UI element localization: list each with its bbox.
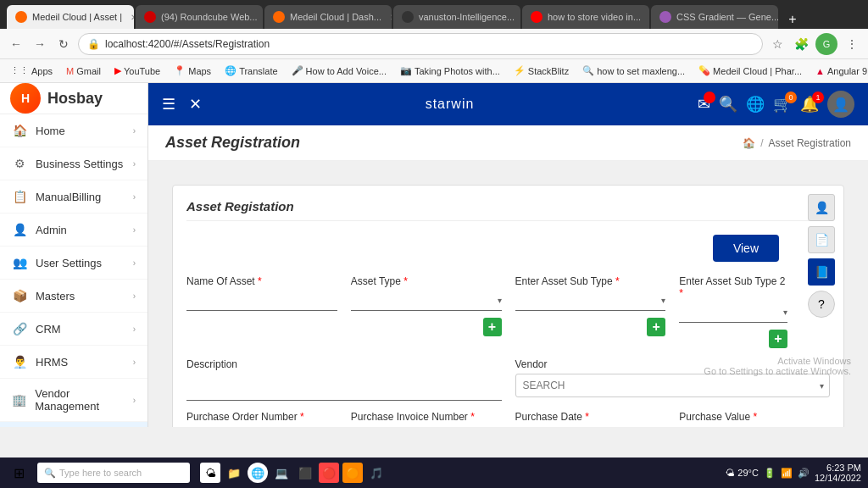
tab-close-3[interactable]: ✕ <box>390 13 392 22</box>
search-icon-button[interactable]: 🔍 <box>719 95 737 114</box>
asset-type-add-button[interactable]: + <box>483 318 502 336</box>
purchase-order-input[interactable] <box>186 426 337 427</box>
sidebar-item-admin[interactable]: 👤 Admin › <box>0 214 147 247</box>
bookmark-angular[interactable]: ▲ Angular 9|8|7 Drag... <box>812 64 868 78</box>
sub-type-chevron-icon: ▾ <box>661 296 665 305</box>
chevron-right-icon-2: › <box>133 159 136 169</box>
bookmark-maxlength[interactable]: 🔍 how to set maxleng... <box>579 64 688 78</box>
extensions-button[interactable]: 🧩 <box>792 35 810 53</box>
vendor-search-input[interactable] <box>516 374 815 396</box>
bell-badge: 1 <box>812 92 824 103</box>
address-bar[interactable]: 🔒 localhost:4200/#/Assets/Registration <box>78 33 763 55</box>
book-button[interactable]: 📘 <box>808 258 835 286</box>
sidebar-label-billing: ManualBilling <box>36 191 101 203</box>
user-avatar[interactable]: 👤 <box>827 91 854 118</box>
mail-icon-button[interactable]: ✉ <box>698 95 710 114</box>
sidebar-item-masters[interactable]: 📦 Masters › <box>0 280 147 313</box>
avatar-icon: 👤 <box>832 97 849 113</box>
asset-sub-type-select[interactable] <box>515 291 662 310</box>
mail-badge <box>704 92 715 103</box>
asset-type-select[interactable] <box>351 291 498 310</box>
reload-button[interactable]: ↻ <box>54 35 73 53</box>
bookmarks-bar: ⋮⋮ Apps M Gmail ▶ YouTube 📍 Maps 🌐 Trans… <box>0 59 868 83</box>
translate-icon: 🌐 <box>225 65 236 76</box>
back-button[interactable]: ← <box>7 35 25 53</box>
sidebar-item-product-master[interactable]: 📝 Product Master › <box>0 422 147 427</box>
bell-icon-button[interactable]: 🔔 1 <box>800 95 819 114</box>
tab-inactive-5[interactable]: CSS Gradient — Gene... ✕ <box>651 5 778 29</box>
purchase-invoice-label: Purchase Invoice Number * <box>351 411 502 423</box>
menu-button[interactable]: ⋮ <box>843 35 861 53</box>
bookmark-stackblitz[interactable]: ⚡ StackBlitz <box>510 64 572 78</box>
tab-inactive-1[interactable]: (94) Roundcube Web... ✕ <box>136 5 263 29</box>
vendor-search-wrap: ▾ <box>515 374 831 397</box>
vendor-icon: 🏢 <box>12 392 26 408</box>
tab-inactive-3[interactable]: vanuston-Intelligence... ✕ <box>393 5 520 29</box>
field-purchase-invoice: Purchase Invoice Number * <box>351 411 502 427</box>
sidebar-item-hrms[interactable]: 👨‍💼 HRMS › <box>0 346 147 379</box>
bookmark-button[interactable]: ☆ <box>768 35 787 53</box>
purchase-value-input[interactable] <box>679 426 787 427</box>
forward-button[interactable]: → <box>31 35 49 53</box>
purchase-invoice-input[interactable] <box>351 426 502 427</box>
asset-type-chevron-icon: ▾ <box>498 296 502 305</box>
sidebar: H Hosbay 🏠 Home › ⚙ Business Settings › … <box>0 83 148 427</box>
sidebar-item-manual-billing[interactable]: 📋 ManualBilling › <box>0 180 147 214</box>
sidebar-item-home[interactable]: 🏠 Home › <box>0 114 147 147</box>
profile-button[interactable]: G <box>815 33 837 55</box>
cart-badge: 0 <box>785 92 797 103</box>
bookmark-photos[interactable]: 📷 Taking Photos with... <box>397 64 504 78</box>
close-nav-button[interactable]: ✕ <box>189 95 202 114</box>
purchase-date-input[interactable] <box>515 426 666 427</box>
admin-icon: 👤 <box>12 222 27 237</box>
tab-inactive-2[interactable]: Medeil Cloud | Dash... ✕ <box>264 5 392 29</box>
maps-icon: 📍 <box>174 65 186 76</box>
sidebar-label-masters: Masters <box>36 290 75 302</box>
sidebar-item-business-settings[interactable]: ⚙ Business Settings › <box>0 147 147 180</box>
navbar-title: starwin <box>212 97 687 112</box>
tab-favicon-6 <box>659 11 671 23</box>
sidebar-label-hrms: HRMS <box>36 356 68 369</box>
top-navbar: ☰ ✕ starwin ✉ 🔍 🌐 🛒 0 🔔 1 � <box>148 83 868 125</box>
purchase-value-label: Purchase Value * <box>679 411 787 423</box>
bookmark-youtube[interactable]: ▶ YouTube <box>111 64 164 78</box>
bookmark-gmail[interactable]: M Gmail <box>63 64 104 78</box>
sidebar-item-user-settings[interactable]: 👥 User Settings › <box>0 247 147 280</box>
settings-icon: ⚙ <box>12 156 27 171</box>
form-row-1: Name Of Asset * Asset Type * <box>186 275 830 348</box>
sidebar-item-crm[interactable]: 🔗 CRM › <box>0 313 147 346</box>
globe-icon-button[interactable]: 🌐 <box>746 95 765 114</box>
cart-icon-button[interactable]: 🛒 0 <box>773 95 792 114</box>
sidebar-label-vendor: Vendor Management <box>35 387 132 413</box>
required-asterisk: * <box>258 275 262 287</box>
sub-type-add-button[interactable]: + <box>647 318 665 336</box>
help-button[interactable]: ? <box>808 291 835 318</box>
hamburger-menu[interactable]: ☰ <box>162 95 175 114</box>
field-description: Description <box>186 358 502 401</box>
document-button[interactable]: 📄 <box>808 226 835 253</box>
form-container: 👤 📄 📘 ? Asset Registation View N <box>172 185 844 427</box>
tab-close[interactable]: ✕ <box>131 13 134 22</box>
field-purchase-order: Purchase Order Number * <box>186 411 337 427</box>
tab-inactive-4[interactable]: how to store video in... ✕ <box>522 5 649 29</box>
page-title: Asset Registration <box>165 134 300 152</box>
breadcrumb-home-icon[interactable]: 🏠 <box>743 137 755 149</box>
bookmark-translate[interactable]: 🌐 Translate <box>221 64 281 78</box>
view-button[interactable]: View <box>713 235 779 262</box>
sub-type2-add-button[interactable]: + <box>769 330 787 348</box>
asset-sub-type2-select[interactable] <box>679 302 783 322</box>
sidebar-item-vendor-management[interactable]: 🏢 Vendor Management › <box>0 379 147 422</box>
description-input[interactable] <box>186 380 502 401</box>
bookmark-medeil[interactable]: 💊 Medeil Cloud | Phar... <box>695 64 805 78</box>
bookmark-voice[interactable]: 🎤 How to Add Voice... <box>288 64 390 78</box>
form-row-3: Purchase Order Number * Purchase Invoice… <box>186 411 830 427</box>
sub-type2-chevron-icon: ▾ <box>783 308 787 317</box>
voice-icon: 🎤 <box>292 65 303 76</box>
tab-active[interactable]: Medeil Cloud | Asset | ✕ <box>7 5 134 29</box>
name-of-asset-input[interactable] <box>186 291 337 311</box>
breadcrumb-current: Asset Registration <box>769 137 851 149</box>
bookmark-apps[interactable]: ⋮⋮ Apps <box>7 64 56 78</box>
new-tab-button[interactable]: + <box>783 10 802 29</box>
person-add-button[interactable]: 👤 <box>808 194 835 221</box>
bookmark-maps[interactable]: 📍 Maps <box>170 64 214 78</box>
